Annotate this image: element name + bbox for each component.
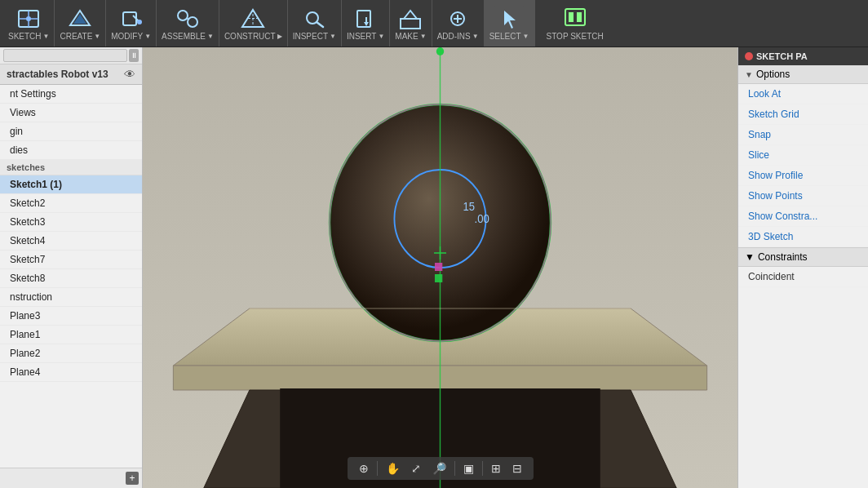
display-btn[interactable]: ▣ bbox=[458, 460, 479, 477]
options-label: Options bbox=[756, 69, 790, 80]
svg-rect-17 bbox=[357, 11, 370, 27]
svg-marker-25 bbox=[504, 11, 516, 29]
sidebar-item-sketch4[interactable]: Sketch4 bbox=[0, 232, 142, 251]
sidebar-top-bar: ⏸ bbox=[0, 47, 142, 64]
sidebar-bottom: + bbox=[0, 468, 142, 488]
slice-option[interactable]: Slice bbox=[738, 145, 868, 166]
scene-svg: 15 .00 bbox=[143, 47, 737, 488]
modify-label: MODIFY▼ bbox=[111, 32, 151, 41]
divider1 bbox=[377, 461, 378, 476]
sidebar-item-sketch1[interactable]: Sketch1 (1) bbox=[0, 175, 142, 194]
toolbar-sketch[interactable]: SKETCH▼ bbox=[3, 0, 55, 47]
make-label: MAKE▼ bbox=[395, 32, 426, 41]
svg-rect-20 bbox=[401, 19, 420, 29]
panel-indicator-dot bbox=[745, 52, 753, 60]
svg-point-3 bbox=[26, 16, 31, 21]
svg-rect-6 bbox=[123, 12, 136, 25]
insert-icon bbox=[351, 6, 380, 32]
sidebar-item-nstruction[interactable]: nstruction bbox=[0, 288, 142, 307]
construct-icon bbox=[238, 6, 268, 32]
svg-line-16 bbox=[317, 22, 323, 27]
stop-sketch-label: STOP SKETCH bbox=[547, 32, 604, 41]
sidebar-title: stractables Robot v13 bbox=[7, 69, 108, 80]
grid-btn[interactable]: ⊞ bbox=[486, 460, 506, 477]
orbit-btn[interactable]: ⊕ bbox=[354, 460, 374, 477]
sidebar-item-sketch8[interactable]: Sketch8 bbox=[0, 269, 142, 288]
right-panel: SKETCH PA ▼ Options Look At Sketch Grid … bbox=[737, 47, 868, 488]
svg-rect-28 bbox=[577, 12, 582, 22]
inspect-icon bbox=[299, 6, 329, 32]
zoom-btn[interactable]: 🔎 bbox=[427, 460, 451, 477]
sidebar-item-plane1[interactable]: Plane1 bbox=[0, 326, 142, 344]
add-ins-icon bbox=[443, 6, 472, 32]
toolbar-inspect[interactable]: INSPECT▼ bbox=[288, 0, 342, 47]
add-ins-label: ADD-INS▼ bbox=[437, 32, 479, 41]
left-sidebar: ⏸ stractables Robot v13 👁 nt Settings Vi… bbox=[0, 47, 143, 488]
modify-icon bbox=[117, 6, 146, 32]
look-at-option[interactable]: Look At bbox=[738, 84, 868, 104]
options-section-header[interactable]: ▼ Options bbox=[738, 65, 868, 84]
snap-option[interactable]: Snap bbox=[738, 125, 868, 145]
toolbar-add-ins[interactable]: ADD-INS▼ bbox=[432, 0, 485, 47]
toolbar-assemble[interactable]: ASSEMBLE▼ bbox=[157, 0, 219, 47]
add-item-btn[interactable]: + bbox=[126, 472, 139, 485]
sidebar-item-plane4[interactable]: Plane4 bbox=[0, 363, 142, 382]
sidebar-item-views[interactable]: Views bbox=[0, 104, 142, 122]
svg-rect-44 bbox=[435, 263, 442, 271]
svg-rect-26 bbox=[565, 9, 585, 25]
svg-marker-21 bbox=[404, 11, 417, 19]
sidebar-item-plane3[interactable]: Plane3 bbox=[0, 307, 142, 326]
sketch-icon bbox=[14, 6, 43, 32]
constraints-label: Constraints bbox=[758, 251, 808, 263]
svg-text:.00: .00 bbox=[475, 213, 489, 225]
toolbar-modify[interactable]: MODIFY▼ bbox=[106, 0, 157, 47]
toolbar-stop-sketch[interactable]: STOP SKETCH bbox=[542, 0, 609, 47]
toolbar-construct[interactable]: CONSTRUCT ▶ bbox=[219, 0, 288, 47]
toolbar-select[interactable]: SELECT▼ bbox=[485, 0, 535, 47]
create-label: CREATE▼ bbox=[60, 32, 100, 41]
toolbar-create[interactable]: CREATE▼ bbox=[55, 0, 106, 47]
insert-label: INSERT▼ bbox=[347, 32, 384, 41]
panel-title: SKETCH PA bbox=[756, 51, 808, 61]
sketch-label: SKETCH▼ bbox=[8, 32, 49, 41]
sidebar-item-plane2[interactable]: Plane2 bbox=[0, 344, 142, 363]
toolbar-insert[interactable]: INSERT▼ bbox=[342, 0, 390, 47]
constraints-arrow-icon: ▼ bbox=[745, 251, 755, 263]
assemble-icon bbox=[173, 6, 202, 32]
show-constraints-option[interactable]: Show Constra... bbox=[738, 206, 868, 227]
viewport[interactable]: 15 .00 ⊕ ✋ ⤢ 🔎 ▣ ⊞ ⊟ bbox=[143, 47, 737, 488]
divider2 bbox=[454, 461, 455, 476]
svg-rect-27 bbox=[569, 12, 574, 22]
sidebar-item-sketch7[interactable]: Sketch7 bbox=[0, 251, 142, 269]
visibility-icon[interactable]: 👁 bbox=[124, 68, 135, 81]
zoom-fit-btn[interactable]: ⤢ bbox=[406, 460, 426, 477]
sidebar-item-gin[interactable]: gin bbox=[0, 122, 142, 141]
coincident-item[interactable]: Coincident bbox=[738, 267, 868, 287]
construct-label: CONSTRUCT ▶ bbox=[224, 32, 282, 41]
main-area: ⏸ stractables Robot v13 👁 nt Settings Vi… bbox=[0, 47, 868, 488]
constraints-section-header[interactable]: ▼ Constraints bbox=[738, 247, 868, 267]
create-icon bbox=[65, 6, 95, 32]
sidebar-item-sketch2[interactable]: Sketch2 bbox=[0, 194, 142, 213]
grid2-btn[interactable]: ⊟ bbox=[507, 460, 527, 477]
sidebar-item-nt-settings[interactable]: nt Settings bbox=[0, 85, 142, 104]
sidebar-item-dies[interactable]: dies bbox=[0, 141, 142, 160]
3d-sketch-option[interactable]: 3D Sketch bbox=[738, 227, 868, 247]
show-points-option[interactable]: Show Points bbox=[738, 186, 868, 206]
right-panel-header: SKETCH PA bbox=[738, 47, 868, 65]
viewport-toolbar: ⊕ ✋ ⤢ 🔎 ▣ ⊞ ⊟ bbox=[348, 457, 534, 480]
toolbar-make[interactable]: MAKE▼ bbox=[390, 0, 432, 47]
options-arrow-icon: ▼ bbox=[745, 70, 753, 79]
inspect-label: INSPECT▼ bbox=[293, 32, 336, 41]
assemble-label: ASSEMBLE▼ bbox=[162, 32, 214, 41]
make-icon bbox=[396, 6, 425, 32]
sketch-grid-option[interactable]: Sketch Grid bbox=[738, 104, 868, 125]
pan-btn[interactable]: ✋ bbox=[381, 460, 405, 477]
show-profile-option[interactable]: Show Profile bbox=[738, 166, 868, 186]
sidebar-item-sketch3[interactable]: Sketch3 bbox=[0, 213, 142, 232]
sidebar-section-sketches: sketches bbox=[0, 160, 142, 175]
collapse-btn[interactable]: ⏸ bbox=[129, 49, 139, 62]
select-label: SELECT▼ bbox=[489, 32, 529, 41]
svg-text:15: 15 bbox=[463, 201, 476, 213]
svg-point-8 bbox=[137, 20, 142, 24]
